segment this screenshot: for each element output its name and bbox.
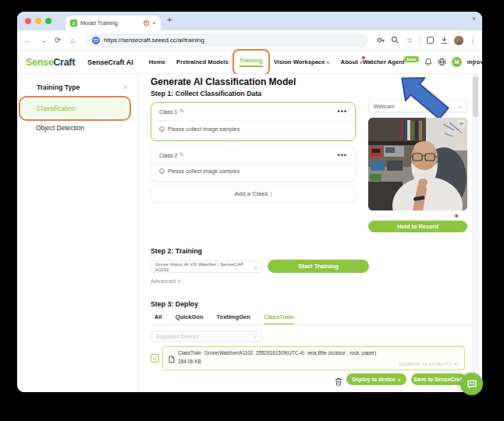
new-tab-button[interactable]: + [167,15,172,24]
add-class-button[interactable]: Add a Class | [151,185,356,203]
nav-home[interactable]: Home [149,58,165,65]
language-globe-icon[interactable] [438,58,446,66]
close-window-button[interactable] [25,18,31,24]
nav-pretrained-models[interactable]: Pretrained Models [176,58,229,65]
class-card-2[interactable]: Class 2 ✎ ••• i Please collect image sam… [151,147,356,182]
file-checkbox[interactable]: ✓ [151,354,159,363]
tabs-divider [151,324,471,325]
main-content: Generate AI Classification Model Step 1:… [139,74,482,392]
tab-search-icon[interactable]: ∨ [472,16,476,22]
url-text: https://sensecraft.seeed.cc/ai/training [104,37,204,44]
info-icon: i [159,168,165,174]
class-2-hint: Please collect image samples [168,168,240,174]
tab-favicon-icon: S [70,19,77,27]
app-title: SenseCraft AI [87,58,133,66]
tab-title: Model Training [80,19,140,27]
save-to-sensecraft-button[interactable]: Save to SenseCraft [411,373,466,385]
sidebar-item-object-detection[interactable]: Object Detection [17,119,138,137]
edit-pencil-icon[interactable]: ✎ [179,152,184,158]
header-right: Watcher Agentbeta M mjrovai ∨ [363,57,482,67]
download-icon[interactable] [440,36,449,44]
site-info-icon[interactable] [92,37,100,44]
screenshot-root: { "browser": { "tab_title": "Model Train… [0,0,504,421]
tab-all[interactable]: All [154,313,162,325]
edit-pencil-icon[interactable]: ✎ [179,108,184,115]
address-bar[interactable]: https://sensecraft.seeed.cc/ai/training [86,34,368,48]
file-timestamp: 2025/5/26 16:15:09(UTC-4) [399,361,458,366]
class-card-2-header: Class 2 ✎ ••• [151,147,355,164]
file-size: 284.06 KB [178,359,201,364]
tab-textimggen[interactable]: TextImgGen [217,313,250,325]
chevron-down-icon: ∨ [254,334,257,339]
password-key-icon[interactable] [377,36,385,44]
webcam-video-frame [368,118,467,210]
start-training-button[interactable]: Start Training [268,260,369,273]
minimize-window-button[interactable] [35,18,41,24]
text-cursor-icon: | [271,190,272,197]
tab-classtrain[interactable]: ClassTrain [264,313,293,325]
page-body: Training Type ∧ Classification Object De… [17,74,482,392]
sensecraft-logo[interactable]: SenseCraft [26,57,75,68]
sidebar-item-classification[interactable]: Classification [22,100,127,117]
chevron-up-icon: ∧ [123,84,127,90]
training-device-select[interactable]: Grove Vision AI V2/ Watcher / SenseCAP A… [151,260,262,273]
model-file-card[interactable]: ClassTrain_Grove/Watcher/A1102_255261615… [162,346,465,370]
class-2-name: Class 2 [159,153,177,158]
profile-avatar[interactable] [454,36,463,45]
new-window-icon[interactable] [426,36,435,44]
class-card-2-body: i Please collect image samples [151,164,355,179]
supported-devices-select[interactable]: Supported Devices ∨ [151,331,262,342]
hold-to-record-button[interactable]: Hold to Record [368,221,467,232]
tab-close-icon[interactable]: × [152,19,156,27]
zoom-icon[interactable] [391,36,399,44]
deploy-tabs: All QuickGen TextImgGen ClassTrain [154,313,293,325]
tab-quickgen[interactable]: QuickGen [176,313,204,325]
browser-menu-icon[interactable]: ⋮ [469,37,476,44]
sidebar: Training Type ∧ Classification Object De… [17,74,139,392]
beta-badge: beta [404,56,419,62]
class-card-1-header: Class 1 ✎ ••• [151,103,355,121]
nav-about[interactable]: About∨ [341,58,363,65]
chevron-down-icon: ∨ [327,60,330,65]
chat-support-button[interactable] [460,373,483,395]
step2-title: Step 2: Training [151,247,202,255]
trash-icon[interactable] [335,375,343,389]
forward-icon[interactable]: → [38,36,48,44]
flip-camera-icon[interactable]: ⟳ [458,120,465,127]
watcher-agent-link[interactable]: Watcher Agentbeta [363,58,419,65]
reload-icon[interactable]: ⟳ [53,36,62,44]
class-1-menu-icon[interactable]: ••• [338,108,347,115]
browser-toolbar: ← → ⟳ ⌂ https://sensecraft.seeed.cc/ai/t… [17,30,482,51]
scrollbar[interactable] [472,74,479,392]
scrollbar-thumb[interactable] [473,76,478,117]
info-icon: i [159,126,165,132]
sidebar-section-training-type[interactable]: Training Type ∧ [17,83,138,91]
webcam-select[interactable]: Webcam ∨ [368,100,467,112]
nav-training[interactable]: Training [240,57,263,67]
bookmark-star-icon[interactable]: ☆ [405,36,414,44]
chevron-down-icon: ∨ [459,104,462,109]
file-icon [169,352,175,366]
chevron-down-icon: ∨ [177,278,181,285]
class-card-1-body: i Please collect image samples [151,121,355,137]
zoom-window-button[interactable] [45,18,51,24]
nav-vision-workspace[interactable]: Vision Workspace∨ [274,58,330,65]
deploy-to-device-button[interactable]: Deploy to device ∨ [346,373,406,385]
chevron-down-icon: ∨ [254,264,257,270]
back-icon[interactable]: ← [23,36,33,44]
user-avatar[interactable]: M [452,57,462,67]
class-card-1[interactable]: Class 1 ✎ ••• i Please collect image sam… [151,102,356,141]
app-header: SenseCraft SenseCraft AI Home Pretrained… [17,51,482,74]
class-1-hint: Please collect image samples [168,126,240,132]
browser-window: S Model Training × + ∨ ← → ⟳ ⌂ https://s… [17,12,482,392]
home-icon[interactable]: ⌂ [68,36,77,44]
page-title: Generate AI Classification Model [151,76,296,87]
webcam-preview: ⟳ [368,118,467,210]
browser-tab[interactable]: S Model Training × [66,16,161,30]
advanced-toggle[interactable]: Advanced ∨ [151,278,181,285]
toolbar-divider [420,36,421,45]
main-nav: Home Pretrained Models Training Vision W… [149,57,363,67]
username[interactable]: mjrovai [467,58,482,65]
bell-icon[interactable] [424,58,432,66]
class-2-menu-icon[interactable]: ••• [338,151,347,159]
